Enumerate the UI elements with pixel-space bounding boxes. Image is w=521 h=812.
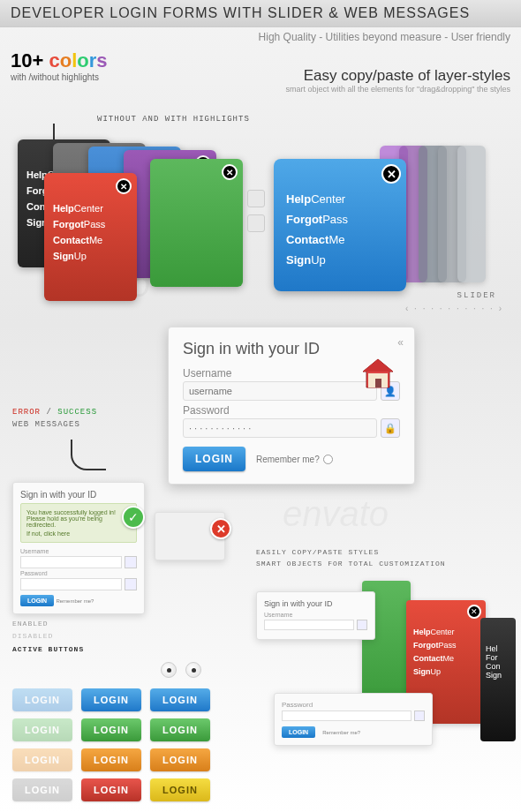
blue-slider-panel: ✕ HelpCenter ForgotPass ContactMe SignUp xyxy=(274,159,406,291)
contact-me-link[interactable]: ContactMe xyxy=(286,233,394,246)
close-icon[interactable]: ✕ xyxy=(116,178,132,194)
user-icon xyxy=(247,190,265,207)
user-icon xyxy=(125,556,137,568)
close-icon[interactable]: ✕ xyxy=(222,164,238,180)
login-button-green-active[interactable]: LOGIN xyxy=(150,718,210,741)
login-button[interactable]: LOGIN xyxy=(282,726,315,738)
messages-caption: error / success web messages xyxy=(12,406,97,432)
forgot-pass-link[interactable]: ForgotPass xyxy=(286,213,394,226)
login-button-orange-active[interactable]: LOGIN xyxy=(150,748,210,771)
login-thumb: Sign in with your ID Username xyxy=(256,591,375,640)
slider-caption: slider xyxy=(457,291,496,300)
login-form: « Sign in with your ID Username 👤 Passwo… xyxy=(168,327,415,485)
highlight-caption: without and with highlights xyxy=(97,115,250,124)
password-input[interactable] xyxy=(183,418,377,438)
eye-icon xyxy=(161,662,177,678)
button-states-caption: enabled disabled active buttons xyxy=(12,618,84,656)
black-panel-thumb: HelForConSign xyxy=(480,618,516,741)
login-button-orange-disabled: LOGIN xyxy=(12,748,72,771)
login-button-blue-disabled: LOGIN xyxy=(12,688,72,711)
subtitle: High Quality - Utilities beyond measure … xyxy=(0,27,521,47)
user-icon xyxy=(357,620,367,630)
sign-up-link[interactable]: SignUp xyxy=(286,253,394,267)
error-message-card: ✕ xyxy=(155,512,225,560)
panel-green: ✕ xyxy=(150,159,243,287)
login-button-orange[interactable]: LOGIN xyxy=(81,748,141,771)
close-icon[interactable]: ✕ xyxy=(467,605,481,619)
home-icon xyxy=(359,356,396,393)
login-button-green[interactable]: LOGIN xyxy=(81,718,141,741)
help-center-link[interactable]: HelpCenter xyxy=(286,192,394,206)
eyes-decoration xyxy=(161,662,201,678)
expand-icon[interactable]: « xyxy=(397,336,404,349)
arrow-icon xyxy=(71,440,106,470)
login-button-yellow[interactable]: LOGIN xyxy=(150,778,210,801)
lock-icon xyxy=(414,710,425,721)
username-input[interactable] xyxy=(20,556,122,568)
login-button-blue-active[interactable]: LOGIN xyxy=(150,688,210,711)
password-label: Password xyxy=(183,404,400,417)
checkmark-icon: ✓ xyxy=(122,506,145,529)
login-thumb-wide: Password LOGIN Remember me? xyxy=(274,693,433,746)
success-message-card: Sign in with your ID ✓ You have successf… xyxy=(12,482,145,614)
lock-icon: 🔒 xyxy=(381,418,400,438)
username-input[interactable] xyxy=(264,620,354,630)
slider-track[interactable]: ‹ · · · · · · · · · · › xyxy=(405,304,503,313)
colors-badge: 10+ colors with /without highlights xyxy=(11,49,108,82)
page-title-banner: DEVELOPER LOGIN FORMS WITH SLIDER & WEB … xyxy=(0,0,521,27)
password-input[interactable] xyxy=(20,578,122,590)
svg-rect-2 xyxy=(375,379,381,387)
lock-icon xyxy=(247,214,265,232)
login-button-blue[interactable]: LOGIN xyxy=(81,688,141,711)
login-button-grey-disabled: LOGIN xyxy=(12,778,72,801)
button-grid: LOGIN LOGIN LOGIN LOGIN LOGIN LOGIN LOGI… xyxy=(12,688,210,801)
eye-icon xyxy=(185,662,201,678)
close-icon[interactable]: ✕ xyxy=(381,164,401,184)
login-button[interactable]: LOGIN xyxy=(183,447,245,471)
password-input[interactable] xyxy=(282,710,412,721)
easy-copy-caption: Easy copy/paste of layer-styles smart ob… xyxy=(285,67,510,94)
login-button-red[interactable]: LOGIN xyxy=(81,778,141,801)
login-button-green-disabled: LOGIN xyxy=(12,718,72,741)
watermark: envato xyxy=(283,494,389,534)
radio-icon[interactable] xyxy=(323,455,333,464)
copy-styles-caption: easily copy/paste styles smart objects f… xyxy=(256,547,446,570)
error-icon: ✕ xyxy=(210,518,231,539)
username-input[interactable] xyxy=(183,381,377,401)
side-icon-strip xyxy=(247,190,267,239)
remember-me[interactable]: Remember me? xyxy=(256,455,333,464)
svg-marker-3 xyxy=(363,359,393,372)
success-message: ✓ You have successfully logged in! Pleas… xyxy=(20,503,137,543)
panel-red: ✕ HelpCenter ForgotPass ContactMe SignUp xyxy=(44,173,137,301)
login-button[interactable]: LOGIN xyxy=(20,595,54,606)
lock-icon xyxy=(125,578,137,590)
